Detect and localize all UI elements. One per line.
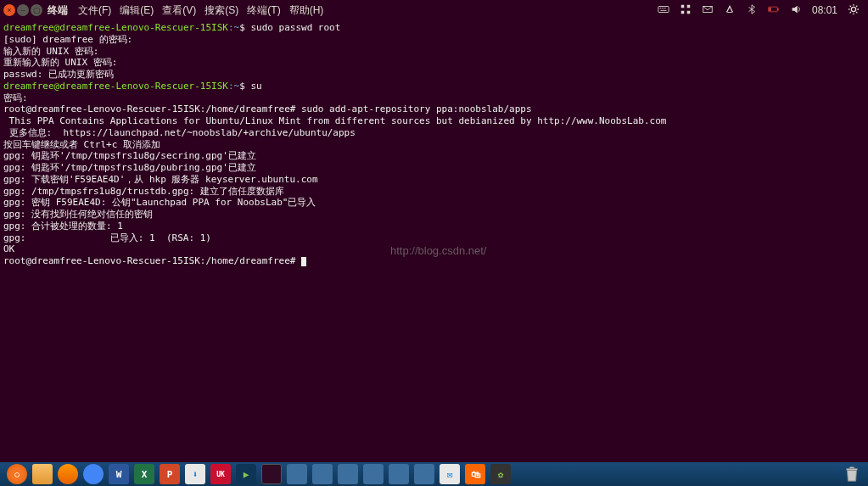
- svg-rect-6: [687, 4, 691, 8]
- keyboard-icon[interactable]: [658, 3, 669, 18]
- window-controls: × – ▢: [3, 4, 42, 16]
- menu-terminal[interactable]: 终端(T): [247, 3, 280, 18]
- grid-icon[interactable]: [680, 3, 692, 18]
- dock-keyboard-uk[interactable]: UK: [210, 464, 231, 484]
- terminal-line: gpg: 已导入: 1 (RSA: 1): [3, 232, 865, 244]
- terminal-line: 密码:: [3, 92, 865, 104]
- dock-show-apps[interactable]: ▶: [236, 464, 256, 484]
- terminal-line: dreamfree@dreamfree-Lenovo-Rescuer-15ISK…: [3, 81, 865, 92]
- svg-rect-11: [777, 8, 778, 10]
- dock-task-2[interactable]: [312, 464, 333, 484]
- gear-icon[interactable]: [848, 3, 860, 18]
- svg-rect-4: [660, 9, 666, 10]
- dock-powerpoint[interactable]: P: [160, 464, 180, 484]
- svg-rect-0: [658, 6, 669, 12]
- mail-tray-icon[interactable]: [702, 3, 714, 18]
- menu-view[interactable]: 查看(V): [162, 3, 196, 18]
- menu-file[interactable]: 文件(F): [78, 3, 111, 18]
- trash-icon[interactable]: [843, 464, 861, 484]
- volume-icon[interactable]: [790, 3, 802, 18]
- svg-rect-3: [664, 8, 666, 8]
- svg-rect-5: [681, 4, 685, 8]
- dock-files[interactable]: [32, 464, 53, 484]
- terminal-line: gpg: 下载密钥'F59EAE4D'，从 hkp 服务器 keyserver.…: [3, 174, 865, 186]
- svg-rect-12: [769, 7, 770, 10]
- svg-rect-2: [662, 8, 664, 8]
- terminal-line: 更多信息: https://launchpad.net/~noobslab/+a…: [3, 127, 865, 139]
- terminal-line: This PPA Contains Applications for Ubunt…: [3, 115, 865, 127]
- terminal-line: root@dreamfree-Lenovo-Rescuer-15ISK:/hom…: [3, 103, 865, 115]
- svg-point-13: [851, 7, 855, 11]
- dock-mail[interactable]: ✉: [440, 464, 460, 484]
- dock-word[interactable]: W: [109, 464, 129, 484]
- dock-task-1[interactable]: [287, 464, 307, 484]
- dock: ○WXP⬇UK▶✉🛍✿: [0, 462, 868, 486]
- clock[interactable]: 08:01: [812, 4, 837, 16]
- maximize-button[interactable]: ▢: [31, 4, 42, 16]
- dock-terminal-running[interactable]: [261, 464, 282, 484]
- bluetooth-icon[interactable]: [746, 3, 758, 18]
- svg-rect-1: [660, 8, 662, 8]
- menu-items: 文件(F) 编辑(E) 查看(V) 搜索(S) 终端(T) 帮助(H): [78, 3, 323, 18]
- terminal-line: OK: [3, 243, 865, 255]
- dock-task-5[interactable]: [389, 464, 409, 484]
- svg-rect-8: [687, 10, 691, 14]
- menu-help[interactable]: 帮助(H): [289, 3, 324, 18]
- app-title: 终端: [48, 3, 68, 18]
- dock-ubuntu-launcher[interactable]: ○: [7, 464, 27, 484]
- dock-task-6[interactable]: [414, 464, 434, 484]
- dock-clover[interactable]: ✿: [490, 464, 511, 484]
- dock-software-center[interactable]: ⬇: [185, 464, 205, 484]
- svg-rect-7: [681, 10, 685, 14]
- minimize-button[interactable]: –: [17, 4, 29, 16]
- dock-task-3[interactable]: [338, 464, 358, 484]
- terminal-line: 按回车键继续或者 Ctrl+c 取消添加: [3, 139, 865, 151]
- menubar: × – ▢ 终端 文件(F) 编辑(E) 查看(V) 搜索(S) 终端(T) 帮…: [0, 0, 868, 20]
- terminal-line: gpg: 没有找到任何绝对信任的密钥: [3, 209, 865, 221]
- terminal-line: dreamfree@dreamfree-Lenovo-Rescuer-15ISK…: [3, 22, 865, 34]
- terminal-line: 重新输入新的 UNIX 密码:: [3, 57, 865, 69]
- dock-task-4[interactable]: [363, 464, 384, 484]
- battery-icon[interactable]: [768, 3, 780, 18]
- terminal-line: passwd: 已成功更新密码: [3, 69, 865, 81]
- dock-shop[interactable]: 🛍: [465, 464, 485, 484]
- terminal-line: [sudo] dreamfree 的密码:: [3, 34, 865, 46]
- menu-search[interactable]: 搜索(S): [204, 3, 238, 18]
- close-button[interactable]: ×: [3, 4, 15, 16]
- network-icon[interactable]: [724, 3, 736, 18]
- terminal-line: root@dreamfree-Lenovo-Rescuer-15ISK:/hom…: [3, 255, 865, 267]
- terminal-line: gpg: 钥匙环'/tmp/tmpsfrs1u8g/pubring.gpg'已建…: [3, 162, 865, 174]
- system-tray: 08:01: [658, 3, 865, 18]
- terminal-line: gpg: 钥匙环'/tmp/tmpsfrs1u8g/secring.gpg'已建…: [3, 150, 865, 162]
- menu-edit[interactable]: 编辑(E): [120, 3, 154, 18]
- terminal-body[interactable]: dreamfree@dreamfree-Lenovo-Rescuer-15ISK…: [0, 20, 868, 269]
- terminal-line: gpg: 合计被处理的数量: 1: [3, 221, 865, 232]
- terminal-line: gpg: 密钥 F59EAE4D: 公钥"Launchpad PPA for N…: [3, 197, 865, 209]
- dock-firefox[interactable]: [58, 464, 78, 484]
- dock-chromium[interactable]: [83, 464, 104, 484]
- svg-rect-15: [849, 467, 854, 469]
- dock-excel[interactable]: X: [134, 464, 154, 484]
- terminal-line: 输入新的 UNIX 密码:: [3, 46, 865, 58]
- terminal-line: gpg: /tmp/tmpsfrs1u8g/trustdb.gpg: 建立了信任…: [3, 186, 865, 198]
